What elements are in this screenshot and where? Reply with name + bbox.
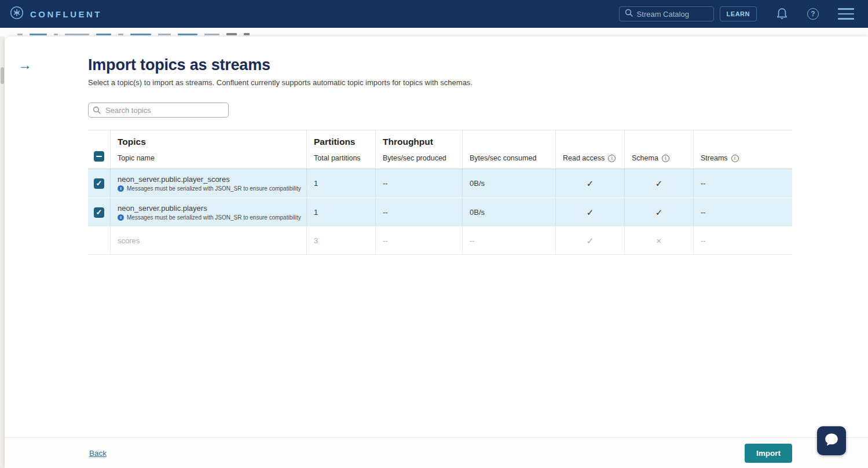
- streams-cell: --: [693, 169, 792, 198]
- topic-name: neon_server.public.players: [118, 204, 207, 213]
- table-row[interactable]: ✓neon_server.public.player_scoresiMessag…: [88, 169, 792, 198]
- row-checkbox-cell[interactable]: ✓: [88, 169, 110, 198]
- info-icon[interactable]: i: [662, 155, 669, 162]
- scrollbar-thumb[interactable]: [1, 67, 4, 84]
- table-header: Topics Topic name Partitions Total parti…: [88, 130, 792, 169]
- col-bytes-consumed: Bytes/sec consumed: [462, 130, 555, 169]
- search-icon: [93, 106, 101, 114]
- bytes-consumed-cell: --: [462, 227, 555, 254]
- bytes-produced-cell: --: [375, 169, 462, 198]
- chat-launcher[interactable]: [817, 426, 846, 455]
- partitions-cell: 1: [306, 169, 375, 198]
- col-partitions: Partitions Total partitions: [306, 130, 375, 169]
- row-checkbox[interactable]: ✓: [94, 178, 104, 189]
- page-scrollbar: [0, 36, 5, 468]
- read-access-cell: ✓: [555, 169, 624, 198]
- bytes-consumed-cell: 0B/s: [462, 169, 555, 198]
- table-body: ✓neon_server.public.player_scoresiMessag…: [88, 169, 792, 255]
- topic-search-input[interactable]: [88, 103, 229, 118]
- row-checkbox-cell[interactable]: ✓: [88, 198, 110, 226]
- schema-cell: ✓: [624, 169, 693, 198]
- schema-cell: ✓: [624, 198, 693, 226]
- topics-table: Topics Topic name Partitions Total parti…: [88, 130, 792, 255]
- select-all-checkbox[interactable]: [94, 151, 104, 162]
- page-subtitle: Select a topic(s) to import as streams. …: [88, 78, 868, 87]
- menu-icon[interactable]: [838, 8, 854, 19]
- chat-bubble-icon: [823, 431, 840, 451]
- notifications-bell-icon[interactable]: [776, 8, 788, 21]
- topic-cell: scores: [110, 227, 306, 254]
- row-checkbox[interactable]: ✓: [94, 207, 104, 218]
- stream-catalog-search[interactable]: [619, 6, 714, 21]
- table-row[interactable]: ✓neon_server.public.playersiMessages mus…: [88, 198, 792, 226]
- read-access-cell: ✓: [555, 198, 624, 226]
- bytes-produced-cell: --: [375, 227, 462, 254]
- col-read-access: Read accessi: [555, 130, 624, 169]
- panel-footer: Back Import: [5, 437, 868, 468]
- help-icon[interactable]: ?: [807, 8, 819, 20]
- brand-name: CONFLUENT: [30, 9, 102, 19]
- confluent-spark-icon: [10, 6, 24, 22]
- top-navbar: CONFLUENT LEARN ?: [0, 0, 868, 28]
- partitions-cell: 1: [306, 198, 375, 226]
- topic-search: [88, 103, 229, 118]
- streams-cell: --: [693, 227, 792, 254]
- topic-name: neon_server.public.player_scores: [118, 175, 230, 184]
- partitions-cell: 3: [306, 227, 375, 254]
- col-schema: Schemai: [624, 130, 693, 169]
- learn-button[interactable]: LEARN: [720, 6, 757, 21]
- stream-catalog-input[interactable]: [637, 10, 701, 19]
- schema-cell: ×: [624, 227, 693, 254]
- back-link[interactable]: Back: [89, 449, 107, 458]
- streams-cell: --: [693, 198, 792, 226]
- bytes-consumed-cell: 0B/s: [462, 198, 555, 226]
- search-icon: [625, 9, 633, 19]
- info-icon: i: [118, 214, 124, 221]
- import-button[interactable]: Import: [745, 444, 792, 463]
- select-all-cell: [88, 130, 110, 169]
- col-topics: Topics Topic name: [110, 130, 306, 169]
- info-icon[interactable]: i: [608, 155, 616, 162]
- topic-cell: neon_server.public.playersiMessages must…: [110, 198, 306, 226]
- confluent-logo[interactable]: CONFLUENT: [10, 6, 102, 22]
- topic-cell: neon_server.public.player_scoresiMessage…: [110, 169, 306, 198]
- import-topics-panel: → Import topics as streams Select a topi…: [5, 36, 868, 468]
- col-bytes-produced: Throughput Bytes/sec produced: [375, 130, 462, 169]
- bytes-produced-cell: --: [375, 198, 462, 226]
- breadcrumb-remnant: [17, 33, 250, 35]
- info-icon: i: [118, 185, 124, 192]
- topic-note: iMessages must be serialized with JSON_S…: [118, 214, 301, 221]
- collapse-panel-arrow-icon[interactable]: →: [18, 58, 32, 72]
- row-checkbox-cell: [88, 227, 110, 254]
- topic-name: scores: [118, 236, 140, 245]
- topic-note: iMessages must be serialized with JSON_S…: [118, 185, 301, 192]
- read-access-cell: ✓: [555, 227, 624, 254]
- navbar-actions: LEARN ?: [619, 6, 854, 21]
- page-title: Import topics as streams: [88, 56, 868, 74]
- table-row[interactable]: scores3----✓×--: [88, 227, 792, 255]
- col-streams: Streamsi: [693, 130, 792, 169]
- info-icon[interactable]: i: [731, 155, 739, 162]
- breadcrumb-clipped: [0, 28, 868, 36]
